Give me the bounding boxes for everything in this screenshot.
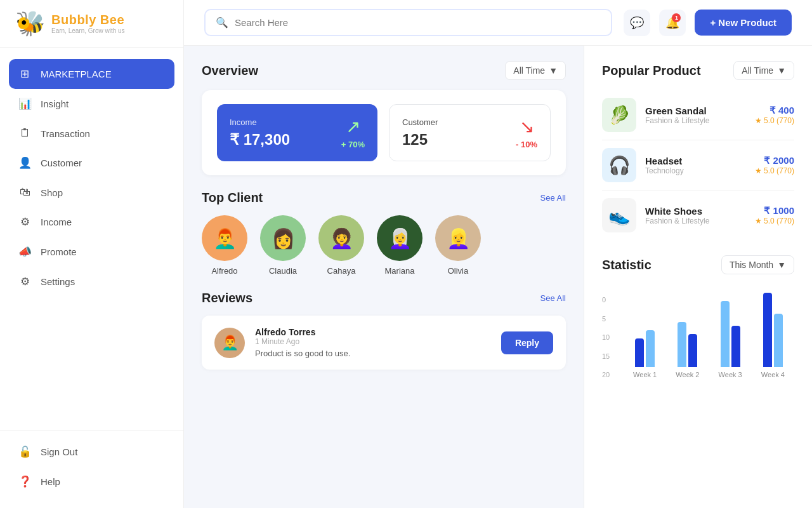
app-name: Bubbly Bee: [51, 13, 125, 27]
sidebar-item-label: Sign Out: [41, 446, 77, 457]
reply-button[interactable]: Reply: [501, 331, 553, 354]
income-change: + 70%: [341, 140, 365, 149]
product-name-sandal: Green Sandal: [645, 105, 746, 116]
statistic-filter[interactable]: This Month ▼: [721, 255, 794, 274]
sidebar-item-settings[interactable]: ⚙ Settings: [0, 267, 183, 297]
customer-label: Customer: [402, 117, 438, 127]
client-name-cahaya: Cahaya: [327, 266, 356, 276]
client-avatar-mariana: 👩‍🦳: [377, 215, 422, 261]
overview-filter[interactable]: All Time ▼: [505, 61, 566, 80]
product-name-headset: Headset: [645, 156, 746, 166]
income-label: Income: [230, 117, 290, 127]
client-name-mariana: Mariana: [385, 266, 415, 276]
client-item[interactable]: 👩‍🦱 Cahaya: [318, 215, 364, 276]
main-area: 🔍 💬 🔔 1 + New Product Overview All Time …: [184, 0, 812, 508]
sidebar-item-transaction[interactable]: 🗒 Transaction: [0, 119, 183, 148]
top-clients-see-all[interactable]: See All: [540, 193, 566, 203]
search-bar[interactable]: 🔍: [204, 9, 612, 36]
product-category-sandal: Fashion & Lifestyle: [645, 116, 746, 125]
new-product-button[interactable]: + New Product: [695, 10, 792, 36]
logo-icon: 🐝: [15, 11, 45, 36]
y-label: 20: [602, 371, 620, 378]
popular-product-header: Popular Product All Time ▼: [602, 61, 794, 80]
statistic-header: Statistic This Month ▼: [602, 255, 794, 274]
top-clients-title: Top Client: [202, 190, 263, 205]
sidebar-item-label: Customer: [41, 157, 82, 168]
sidebar-item-label: Promote: [41, 246, 77, 257]
product-price-sandal: ₹ 400 ★ 5.0 (770): [755, 105, 794, 125]
header: 🔍 💬 🔔 1 + New Product: [184, 0, 812, 46]
product-price-value-sandal: ₹ 400: [755, 105, 794, 116]
content-area: Overview All Time ▼ Income ₹ 17,300 ↗ + …: [184, 46, 812, 508]
product-item-headset[interactable]: 🎧 Headset Technology ₹ 2000 ★ 5.0 (770): [602, 140, 794, 190]
reviews-section: Reviews See All 👨‍🦰 Alfredo Torres 1 Min…: [202, 291, 566, 370]
client-avatar-olivia: 👱‍♀️: [435, 215, 481, 261]
notification-badge: 1: [672, 13, 681, 22]
review-info: Alfredo Torres 1 Minute Ago Product is s…: [255, 327, 491, 358]
marketplace-icon: ⊞: [18, 67, 32, 81]
popular-filter-label: All Time: [742, 65, 773, 76]
sidebar-item-help[interactable]: ❓ Help: [0, 467, 183, 497]
reviews-title: Reviews: [202, 291, 252, 305]
y-label: 15: [602, 352, 620, 360]
chart-bars-area: Week 1 Week 2: [624, 284, 794, 378]
search-icon: 🔍: [216, 17, 228, 29]
week-3-bars: [721, 284, 740, 367]
sidebar-item-shop[interactable]: 🛍 Shop: [0, 178, 183, 207]
week-1-bars: [635, 284, 655, 367]
statistic-title: Statistic: [602, 258, 652, 272]
week-4-label: Week 4: [761, 371, 785, 378]
settings-icon: ⚙: [18, 275, 32, 288]
client-avatars-list: 👨‍🦰 Alfredo 👩 Claudia 👩‍🦱 Cahaya 👩‍🦳 Mar…: [202, 215, 566, 276]
bar-w4-light: [774, 314, 783, 368]
client-item[interactable]: 👩‍🦳 Mariana: [377, 215, 422, 276]
product-item-shoes[interactable]: 👟 White Shoes Fashion & Lifestyle ₹ 1000…: [602, 190, 794, 240]
top-clients-section: Top Client See All 👨‍🦰 Alfredo 👩 Claudia…: [202, 190, 566, 276]
sidebar-item-label: MARKETPLACE: [41, 69, 112, 79]
customer-change: - 10%: [516, 140, 537, 149]
sidebar-item-income[interactable]: ⚙ Income: [0, 207, 183, 237]
week-2-bars: [678, 284, 697, 367]
search-input[interactable]: [235, 17, 601, 28]
reviews-see-all[interactable]: See All: [540, 293, 566, 303]
client-item[interactable]: 👨‍🦰 Alfredo: [202, 215, 247, 276]
chevron-down-icon: ▼: [777, 65, 786, 76]
product-category-shoes: Fashion & Lifestyle: [645, 217, 746, 225]
notification-button[interactable]: 🔔 1: [659, 10, 686, 36]
sidebar-item-signout[interactable]: 🔓 Sign Out: [0, 437, 183, 467]
product-item-sandal[interactable]: 🥬 Green Sandal Fashion & Lifestyle ₹ 400…: [602, 90, 794, 140]
popular-products-list: 🥬 Green Sandal Fashion & Lifestyle ₹ 400…: [602, 90, 794, 240]
product-price-value-headset: ₹ 2000: [755, 155, 794, 166]
chart-y-axis: 20 15 10 5 0: [602, 296, 620, 378]
chat-button[interactable]: 💬: [624, 10, 650, 36]
client-avatar-cahaya: 👩‍🦱: [318, 215, 364, 261]
sidebar-item-marketplace[interactable]: ⊞ MARKETPLACE: [9, 59, 174, 89]
income-card: Income ₹ 17,300 ↗ + 70%: [217, 104, 377, 161]
header-actions: 💬 🔔 1 + New Product: [624, 10, 792, 36]
income-value: ₹ 17,300: [230, 131, 290, 149]
sidebar-item-promote[interactable]: 📣 Promote: [0, 237, 183, 267]
bar-w4-dark: [763, 293, 772, 367]
client-item[interactable]: 👱‍♀️ Olivia: [435, 215, 481, 276]
statistic-filter-label: This Month: [730, 260, 773, 270]
up-arrow-icon: ↗: [346, 116, 360, 137]
sidebar-item-customer[interactable]: 👤 Customer: [0, 148, 183, 178]
sidebar: 🐝 Bubbly Bee Earn, Learn, Grow with us ⊞…: [0, 0, 184, 508]
client-item[interactable]: 👩 Claudia: [260, 215, 306, 276]
customer-badge: ↘ - 10%: [516, 116, 537, 149]
customer-card: Customer 125 ↘ - 10%: [389, 104, 551, 161]
reviewer-avatar: 👨‍🦰: [214, 328, 245, 358]
product-info-shoes: White Shoes Fashion & Lifestyle: [645, 206, 746, 225]
customer-icon: 👤: [18, 156, 32, 170]
bar-w1-light: [646, 330, 655, 368]
y-label: 5: [602, 315, 620, 323]
popular-product-filter[interactable]: All Time ▼: [733, 61, 794, 80]
client-name-claudia: Claudia: [269, 266, 297, 276]
sidebar-item-label: Transaction: [41, 128, 90, 139]
sidebar-item-label: Insight: [41, 98, 69, 109]
bar-w2-light: [678, 322, 686, 368]
app-tagline: Earn, Learn, Grow with us: [51, 27, 125, 34]
sidebar-item-label: Help: [41, 476, 60, 487]
sidebar-item-insight[interactable]: 📊 Insight: [0, 89, 183, 119]
income-icon: ⚙: [18, 215, 32, 229]
